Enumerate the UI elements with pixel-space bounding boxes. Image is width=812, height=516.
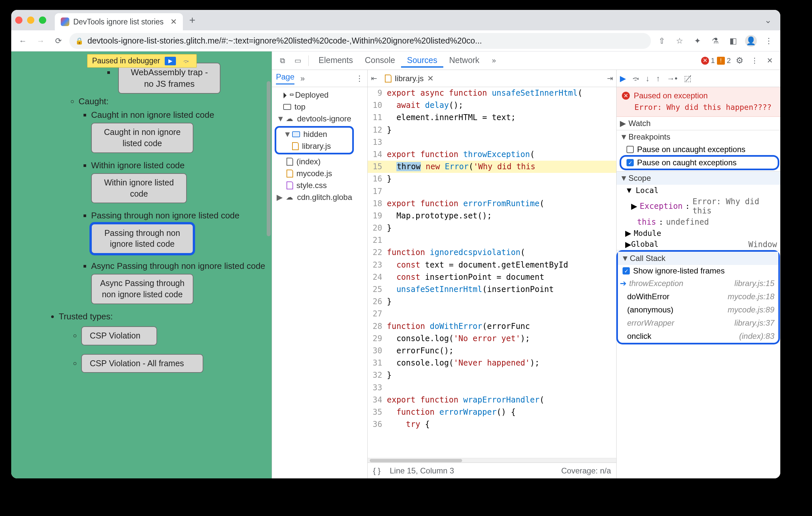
paused-in-debugger-pill: Paused in debugger ▶ ⤼ bbox=[87, 54, 197, 68]
profile-avatar[interactable]: 👤 bbox=[744, 34, 758, 48]
scope-exception[interactable]: ▶Exception: Error: Why did this bbox=[617, 196, 780, 216]
editor-pane: ⇤ library.js ✕ ⇥ 9export async function … bbox=[368, 70, 617, 478]
scope-global[interactable]: ▶GlobalWindow bbox=[617, 239, 780, 250]
scope-module[interactable]: ▶Module bbox=[617, 227, 780, 239]
tab-close-icon[interactable]: ✕ bbox=[170, 17, 177, 26]
code-editor[interactable]: 9export async function unsafeSetInnerHtm… bbox=[368, 87, 616, 458]
caught-li-3: Passing through non ignore listed code bbox=[91, 211, 240, 220]
tree-cdn[interactable]: ▶☁cdn.glitch.globa bbox=[272, 191, 367, 203]
step-over-icon[interactable]: ⤼ bbox=[180, 57, 192, 65]
forward-button[interactable]: → bbox=[34, 34, 48, 48]
tree-folder-hidden[interactable]: ▼hidden bbox=[278, 128, 351, 140]
button-async-passing[interactable]: Async Passing through non ignore listed … bbox=[91, 274, 194, 304]
pause-uncaught-row[interactable]: Pause on uncaught exceptions bbox=[617, 144, 780, 155]
resume-icon[interactable]: ▶ bbox=[165, 57, 176, 65]
frame-icon bbox=[283, 104, 291, 110]
devtools-close-icon[interactable]: ✕ bbox=[763, 56, 776, 65]
back-button[interactable]: ← bbox=[16, 34, 30, 48]
call-stack-frame[interactable]: (anonymous)mycode.js:89 bbox=[618, 303, 778, 316]
toggle-navigator-icon[interactable]: ⇤ bbox=[371, 74, 377, 83]
tabs-overflow-icon[interactable]: ⌄ bbox=[760, 15, 776, 25]
panels-overflow-icon[interactable]: » bbox=[487, 56, 500, 65]
breakpoints-section: ▼Breakpoints Pause on uncaught exception… bbox=[617, 130, 780, 172]
toggle-debugger-icon[interactable]: ⇥ bbox=[607, 74, 613, 83]
button-passing-through[interactable]: Passing through non ignore listed code bbox=[91, 224, 194, 254]
step-out-button[interactable]: ↑ bbox=[656, 74, 660, 83]
step-over-button[interactable]: ⤼ bbox=[632, 74, 639, 83]
exception-message: Error: Why did this happen???? bbox=[634, 102, 775, 113]
share-icon[interactable]: ⇧ bbox=[655, 34, 669, 48]
call-stack-frame[interactable]: throwExceptionlibrary.js:15 bbox=[618, 277, 778, 290]
step-into-button[interactable]: ↓ bbox=[646, 74, 649, 83]
tree-mycode-js[interactable]: mycode.js bbox=[272, 168, 367, 180]
button-csp-violation-all[interactable]: CSP Violation - All frames bbox=[81, 354, 203, 373]
caught-label: Caught: bbox=[79, 96, 109, 106]
breakpoints-header[interactable]: ▼Breakpoints bbox=[617, 130, 780, 144]
panel-console[interactable]: Console bbox=[359, 54, 401, 68]
panel-sources[interactable]: Sources bbox=[401, 54, 443, 68]
browser-menu-icon[interactable]: ⋮ bbox=[762, 34, 776, 48]
resume-button[interactable]: ▶ bbox=[620, 74, 626, 83]
close-editor-tab-icon[interactable]: ✕ bbox=[427, 74, 434, 83]
navigator-tab-page[interactable]: Page bbox=[276, 72, 294, 85]
editor-tab-library[interactable]: library.js ✕ bbox=[382, 72, 437, 85]
reload-button[interactable]: ⟳ bbox=[52, 34, 65, 48]
js-file-icon bbox=[287, 170, 293, 178]
panel-network[interactable]: Network bbox=[443, 54, 486, 68]
minimize-window[interactable] bbox=[27, 17, 34, 24]
browser-tab[interactable]: DevTools ignore list stories ✕ bbox=[55, 13, 183, 30]
button-caught-nonignore[interactable]: Caught in non ignore listed code bbox=[91, 123, 194, 153]
labs-icon[interactable]: ⚗ bbox=[708, 34, 722, 48]
close-window[interactable] bbox=[15, 17, 23, 24]
scope-local[interactable]: ▼Local bbox=[617, 185, 780, 196]
window-controls bbox=[15, 17, 46, 24]
maximize-window[interactable] bbox=[39, 17, 46, 24]
debugger-sidebar: ▶ ⤼ ↓ ↑ →• ⬚̸ ✕Paused on exception Error… bbox=[617, 70, 780, 478]
call-stack-frame[interactable]: doWithErrormycode.js:18 bbox=[618, 290, 778, 303]
tree-top[interactable]: top bbox=[272, 101, 367, 113]
watch-section[interactable]: ▶Watch bbox=[617, 117, 780, 130]
button-within-ignore[interactable]: Within ignore listed code bbox=[91, 173, 187, 204]
call-stack-header[interactable]: ▼Call Stack bbox=[618, 252, 778, 265]
button-csp-violation[interactable]: CSP Violation bbox=[81, 326, 157, 345]
paused-on-exception-banner: ✕Paused on exception Error: Why did this… bbox=[617, 87, 780, 117]
warning-badge[interactable]: ! 2 bbox=[717, 56, 731, 65]
checkbox-unchecked[interactable] bbox=[627, 146, 634, 153]
js-file-icon bbox=[292, 142, 299, 150]
tree-style-css[interactable]: style.css bbox=[272, 180, 367, 191]
cloud-icon: ☁ bbox=[285, 115, 294, 122]
scope-header[interactable]: ▼Scope bbox=[617, 172, 780, 185]
checkbox-checked[interactable]: ✓ bbox=[622, 267, 630, 274]
checkbox-checked[interactable]: ✓ bbox=[627, 159, 634, 166]
caught-heading: Caught: Caught in non ignore listed code… bbox=[79, 96, 272, 308]
navigator-overflow-icon[interactable]: » bbox=[300, 74, 304, 83]
pause-caught-row[interactable]: ✓ Pause on caught exceptions bbox=[621, 157, 778, 169]
tree-domain[interactable]: ▼☁devtools-ignore bbox=[272, 113, 367, 125]
tree-deployed[interactable]: ⏵▭Deployed bbox=[272, 89, 367, 101]
new-tab-button[interactable]: + bbox=[186, 14, 199, 26]
extensions-icon[interactable]: ✦ bbox=[691, 34, 704, 48]
navigator-menu-icon[interactable]: ⋮ bbox=[355, 74, 364, 83]
error-badge[interactable]: ✕ 1 bbox=[701, 56, 715, 65]
call-stack-frame[interactable]: onclick(index):83 bbox=[618, 330, 778, 343]
panel-elements[interactable]: Elements bbox=[313, 54, 359, 68]
call-stack-frame[interactable]: errorWrapperlibrary.js:37 bbox=[618, 316, 778, 330]
editor-horizontal-scrollbar[interactable] bbox=[368, 458, 616, 462]
file-icon bbox=[287, 158, 293, 165]
call-stack-section: ▼Call Stack ✓ Show ignore-listed frames … bbox=[618, 252, 778, 343]
pretty-print-icon[interactable]: { } bbox=[373, 466, 381, 476]
tree-index[interactable]: (index) bbox=[272, 156, 367, 168]
show-ignored-row[interactable]: ✓ Show ignore-listed frames bbox=[618, 265, 778, 277]
settings-gear-icon[interactable]: ⚙ bbox=[733, 55, 746, 66]
device-toggle-icon[interactable]: ▭ bbox=[291, 56, 304, 65]
deactivate-breakpoints-button[interactable]: ⬚̸ bbox=[684, 74, 692, 83]
sidepanel-icon[interactable]: ◧ bbox=[726, 34, 740, 48]
address-bar[interactable]: 🔒 devtools-ignore-list-stories.glitch.me… bbox=[69, 33, 651, 49]
devtools-menu-icon[interactable]: ⋮ bbox=[748, 56, 761, 65]
bookmark-icon[interactable]: ☆ bbox=[673, 34, 687, 48]
pause-caught-label: Pause on caught exceptions bbox=[637, 158, 737, 167]
devtools-panels: ElementsConsoleSourcesNetwork bbox=[313, 54, 485, 68]
step-button[interactable]: →• bbox=[667, 74, 677, 83]
inspect-icon[interactable]: ⧉ bbox=[276, 56, 289, 65]
tree-library-js[interactable]: library.js bbox=[278, 140, 351, 152]
